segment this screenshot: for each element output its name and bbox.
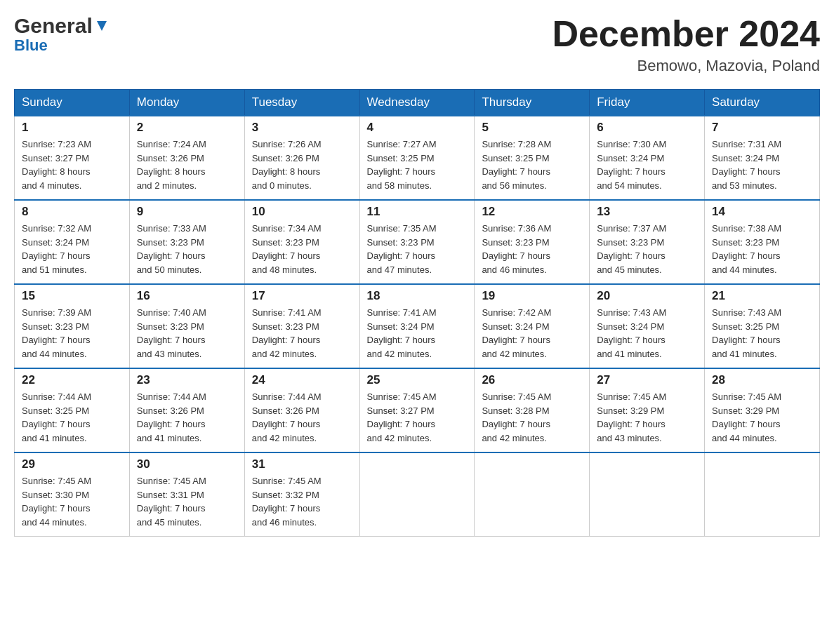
calendar-cell xyxy=(475,452,590,537)
day-info: Sunrise: 7:26 AMSunset: 3:26 PMDaylight:… xyxy=(252,137,352,192)
day-number: 14 xyxy=(712,205,812,219)
day-info: Sunrise: 7:23 AMSunset: 3:27 PMDaylight:… xyxy=(22,137,122,192)
logo-general-text: General xyxy=(14,14,93,38)
day-number: 11 xyxy=(367,205,468,219)
day-info: Sunrise: 7:38 AMSunset: 3:23 PMDaylight:… xyxy=(712,222,812,276)
week-row-4: 22Sunrise: 7:44 AMSunset: 3:25 PMDayligh… xyxy=(15,368,820,452)
day-number: 25 xyxy=(367,373,468,387)
logo-blue-text: Blue xyxy=(14,36,48,55)
day-number: 6 xyxy=(597,121,697,135)
day-info: Sunrise: 7:42 AMSunset: 3:24 PMDaylight:… xyxy=(482,306,582,361)
calendar-cell: 8Sunrise: 7:32 AMSunset: 3:24 PMDaylight… xyxy=(15,200,130,284)
calendar-cell: 29Sunrise: 7:45 AMSunset: 3:30 PMDayligh… xyxy=(15,452,130,537)
calendar-cell: 28Sunrise: 7:45 AMSunset: 3:29 PMDayligh… xyxy=(705,368,820,452)
calendar-cell xyxy=(359,452,475,537)
calendar-cell: 5Sunrise: 7:28 AMSunset: 3:25 PMDaylight… xyxy=(475,116,590,200)
week-row-2: 8Sunrise: 7:32 AMSunset: 3:24 PMDaylight… xyxy=(15,200,820,284)
logo: General Blue xyxy=(14,14,110,55)
day-info: Sunrise: 7:43 AMSunset: 3:24 PMDaylight:… xyxy=(597,306,697,361)
calendar-cell: 12Sunrise: 7:36 AMSunset: 3:23 PMDayligh… xyxy=(475,200,590,284)
calendar-cell: 20Sunrise: 7:43 AMSunset: 3:24 PMDayligh… xyxy=(590,284,705,368)
day-info: Sunrise: 7:44 AMSunset: 3:26 PMDaylight:… xyxy=(252,390,352,445)
day-number: 15 xyxy=(22,289,122,303)
calendar-cell: 24Sunrise: 7:44 AMSunset: 3:26 PMDayligh… xyxy=(244,368,359,452)
day-info: Sunrise: 7:31 AMSunset: 3:24 PMDaylight:… xyxy=(712,137,812,192)
day-number: 29 xyxy=(22,457,122,471)
calendar-cell: 13Sunrise: 7:37 AMSunset: 3:23 PMDayligh… xyxy=(590,200,705,284)
calendar-cell: 11Sunrise: 7:35 AMSunset: 3:23 PMDayligh… xyxy=(359,200,475,284)
day-number: 4 xyxy=(367,121,468,135)
calendar-cell: 2Sunrise: 7:24 AMSunset: 3:26 PMDaylight… xyxy=(129,116,244,200)
day-info: Sunrise: 7:35 AMSunset: 3:23 PMDaylight:… xyxy=(367,222,468,276)
day-info: Sunrise: 7:44 AMSunset: 3:26 PMDaylight:… xyxy=(137,390,237,445)
day-info: Sunrise: 7:27 AMSunset: 3:25 PMDaylight:… xyxy=(367,137,468,192)
calendar-cell: 7Sunrise: 7:31 AMSunset: 3:24 PMDaylight… xyxy=(705,116,820,200)
day-number: 13 xyxy=(597,205,697,219)
calendar-cell: 17Sunrise: 7:41 AMSunset: 3:23 PMDayligh… xyxy=(244,284,359,368)
day-info: Sunrise: 7:45 AMSunset: 3:27 PMDaylight:… xyxy=(367,390,468,445)
day-number: 18 xyxy=(367,289,468,303)
logo-triangle-icon xyxy=(94,18,110,34)
day-number: 28 xyxy=(712,373,812,387)
header-sunday: Sunday xyxy=(15,90,130,116)
day-number: 5 xyxy=(482,121,582,135)
calendar-table: Sunday Monday Tuesday Wednesday Thursday… xyxy=(14,89,820,537)
day-number: 23 xyxy=(137,373,237,387)
day-info: Sunrise: 7:36 AMSunset: 3:23 PMDaylight:… xyxy=(482,222,582,276)
calendar-cell xyxy=(590,452,705,537)
calendar-cell: 16Sunrise: 7:40 AMSunset: 3:23 PMDayligh… xyxy=(129,284,244,368)
day-number: 17 xyxy=(252,289,352,303)
day-number: 10 xyxy=(252,205,352,219)
day-info: Sunrise: 7:28 AMSunset: 3:25 PMDaylight:… xyxy=(482,137,582,192)
month-title: December 2024 xyxy=(552,14,820,54)
calendar-cell: 14Sunrise: 7:38 AMSunset: 3:23 PMDayligh… xyxy=(705,200,820,284)
day-info: Sunrise: 7:33 AMSunset: 3:23 PMDaylight:… xyxy=(137,222,237,276)
day-number: 24 xyxy=(252,373,352,387)
calendar-cell: 6Sunrise: 7:30 AMSunset: 3:24 PMDaylight… xyxy=(590,116,705,200)
day-number: 30 xyxy=(137,457,237,471)
day-info: Sunrise: 7:37 AMSunset: 3:23 PMDaylight:… xyxy=(597,222,697,276)
day-number: 26 xyxy=(482,373,582,387)
day-info: Sunrise: 7:45 AMSunset: 3:32 PMDaylight:… xyxy=(252,474,352,529)
day-info: Sunrise: 7:40 AMSunset: 3:23 PMDaylight:… xyxy=(137,306,237,361)
day-info: Sunrise: 7:30 AMSunset: 3:24 PMDaylight:… xyxy=(597,137,697,192)
day-number: 12 xyxy=(482,205,582,219)
calendar-cell: 10Sunrise: 7:34 AMSunset: 3:23 PMDayligh… xyxy=(244,200,359,284)
day-info: Sunrise: 7:34 AMSunset: 3:23 PMDaylight:… xyxy=(252,222,352,276)
calendar-cell: 3Sunrise: 7:26 AMSunset: 3:26 PMDaylight… xyxy=(244,116,359,200)
calendar-cell: 27Sunrise: 7:45 AMSunset: 3:29 PMDayligh… xyxy=(590,368,705,452)
calendar-cell: 26Sunrise: 7:45 AMSunset: 3:28 PMDayligh… xyxy=(475,368,590,452)
calendar-cell xyxy=(705,452,820,537)
day-info: Sunrise: 7:45 AMSunset: 3:29 PMDaylight:… xyxy=(597,390,697,445)
day-number: 3 xyxy=(252,121,352,135)
day-number: 19 xyxy=(482,289,582,303)
day-info: Sunrise: 7:44 AMSunset: 3:25 PMDaylight:… xyxy=(22,390,122,445)
day-info: Sunrise: 7:45 AMSunset: 3:31 PMDaylight:… xyxy=(137,474,237,529)
day-number: 21 xyxy=(712,289,812,303)
day-info: Sunrise: 7:41 AMSunset: 3:23 PMDaylight:… xyxy=(252,306,352,361)
calendar-cell: 18Sunrise: 7:41 AMSunset: 3:24 PMDayligh… xyxy=(359,284,475,368)
day-number: 16 xyxy=(137,289,237,303)
day-number: 27 xyxy=(597,373,697,387)
header-wednesday: Wednesday xyxy=(359,90,475,116)
day-info: Sunrise: 7:45 AMSunset: 3:30 PMDaylight:… xyxy=(22,474,122,529)
week-row-3: 15Sunrise: 7:39 AMSunset: 3:23 PMDayligh… xyxy=(15,284,820,368)
day-info: Sunrise: 7:24 AMSunset: 3:26 PMDaylight:… xyxy=(137,137,237,192)
calendar-cell: 23Sunrise: 7:44 AMSunset: 3:26 PMDayligh… xyxy=(129,368,244,452)
calendar-cell: 15Sunrise: 7:39 AMSunset: 3:23 PMDayligh… xyxy=(15,284,130,368)
calendar-cell: 1Sunrise: 7:23 AMSunset: 3:27 PMDaylight… xyxy=(15,116,130,200)
header-thursday: Thursday xyxy=(475,90,590,116)
day-info: Sunrise: 7:45 AMSunset: 3:28 PMDaylight:… xyxy=(482,390,582,445)
week-row-1: 1Sunrise: 7:23 AMSunset: 3:27 PMDaylight… xyxy=(15,116,820,200)
header-saturday: Saturday xyxy=(705,90,820,116)
day-number: 2 xyxy=(137,121,237,135)
calendar-cell: 31Sunrise: 7:45 AMSunset: 3:32 PMDayligh… xyxy=(244,452,359,537)
location-subtitle: Bemowo, Mazovia, Poland xyxy=(552,57,820,75)
day-number: 8 xyxy=(22,205,122,219)
svg-marker-0 xyxy=(97,21,107,31)
calendar-cell: 4Sunrise: 7:27 AMSunset: 3:25 PMDaylight… xyxy=(359,116,475,200)
day-number: 7 xyxy=(712,121,812,135)
day-number: 9 xyxy=(137,205,237,219)
calendar-cell: 21Sunrise: 7:43 AMSunset: 3:25 PMDayligh… xyxy=(705,284,820,368)
week-row-5: 29Sunrise: 7:45 AMSunset: 3:30 PMDayligh… xyxy=(15,452,820,537)
